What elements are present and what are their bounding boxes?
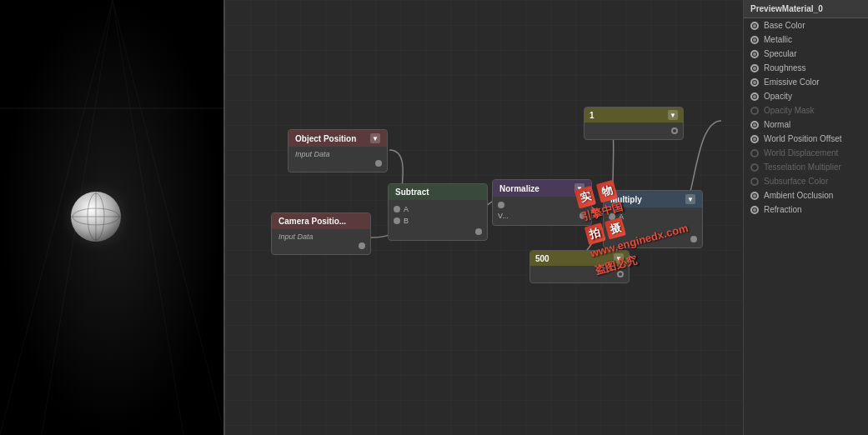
pin-a-label: A [404, 205, 409, 213]
input-pin-b-dot [609, 225, 615, 232]
output-label: V... [498, 212, 509, 220]
node-subtract-output-pin [389, 227, 487, 237]
node-normalize-dropdown[interactable]: ▼ [574, 183, 585, 193]
material-property-refraction[interactable]: Refraction [744, 202, 868, 217]
material-property-world-position-offset[interactable]: World Position Offset [744, 132, 868, 146]
output-pin-dot [475, 228, 482, 235]
node-constant-1-value: 1 [590, 111, 595, 120]
material-property-metallic[interactable]: Metallic [744, 32, 868, 47]
node-normalize-output-pin: V... [493, 210, 591, 222]
mat-pin-3 [750, 64, 759, 72]
node-normalize-title: Normalize [499, 184, 539, 193]
node-subtract-pin-a: A [389, 203, 487, 215]
material-property-roughness[interactable]: Roughness [744, 61, 868, 75]
node-multiply-title: Multiply [610, 195, 642, 204]
mat-pin-1 [750, 36, 759, 44]
node-multiply-pin-b: B [604, 222, 702, 234]
pin-a-label: A [619, 212, 624, 221]
node-constant-500-dropdown[interactable]: ▼ [614, 253, 624, 263]
material-property-specular[interactable]: Specular [744, 47, 868, 61]
node-object-position-header: Object Position ▼ [288, 130, 387, 147]
mat-label-4: Emissive Color [764, 78, 820, 87]
node-object-position-title: Object Position [295, 134, 356, 143]
node-object-position-body: Input Data [288, 147, 387, 172]
node-camera-position[interactable]: Camera Positio... Input Data [271, 212, 371, 255]
mat-label-6: Opacity Mask [764, 106, 815, 115]
input-pin-a-dot [394, 206, 400, 212]
material-title: PreviewMaterial_0 [750, 4, 823, 13]
mat-label-11: Subsurface Color [764, 177, 828, 186]
node-subtract-pin-b: B [389, 215, 487, 227]
node-constant-1-dropdown[interactable]: ▼ [668, 110, 678, 120]
node-constant-1-output-pin [585, 126, 683, 136]
svg-line-3 [113, 0, 183, 435]
mat-pin-8 [750, 135, 759, 143]
mat-pin-6 [750, 107, 759, 115]
node-constant-500-output-pin [530, 269, 629, 279]
mat-pin-0 [750, 22, 759, 30]
output-pin-dot [671, 128, 678, 134]
mat-label-1: Metallic [764, 35, 792, 44]
output-pin-dot [359, 242, 365, 249]
material-property-base-color[interactable]: Base Color [744, 18, 868, 32]
mat-pin-4 [750, 78, 759, 87]
node-camera-position-subtitle: Input Data [272, 232, 370, 241]
preview-sphere [71, 192, 121, 242]
node-multiply-output-pin [604, 234, 702, 244]
viewport-panel[interactable] [0, 0, 225, 435]
material-property-normal[interactable]: Normal [744, 118, 868, 132]
node-constant-500-header: 500 ▼ [530, 251, 629, 266]
node-multiply-body: A B [604, 208, 702, 248]
material-property-world-displacement[interactable]: World Displacement [744, 146, 868, 160]
node-subtract-title: Subtract [395, 188, 429, 197]
mat-label-13: Refraction [764, 205, 802, 214]
node-multiply[interactable]: Multiply ▼ A B [603, 190, 703, 248]
material-property-subsurface-color[interactable]: Subsurface Color [744, 174, 868, 188]
mat-label-12: Ambient Occlusion [764, 191, 833, 200]
node-multiply-header: Multiply ▼ [604, 191, 702, 208]
material-property-opacity[interactable]: Opacity [744, 89, 868, 103]
mat-label-10: Tesselation Multiplier [764, 162, 841, 172]
node-constant-1-header: 1 ▼ [585, 108, 683, 122]
material-property-ambient-occlusion[interactable]: Ambient Occlusion [744, 188, 868, 202]
node-camera-position-title: Camera Positio... [278, 217, 346, 226]
node-camera-position-body: Input Data [272, 229, 370, 254]
mat-label-3: Roughness [764, 63, 806, 72]
pin-b-label: B [619, 224, 624, 232]
mat-pin-2 [750, 50, 759, 58]
mat-label-5: Opacity [764, 92, 792, 101]
mat-pin-10 [750, 163, 759, 172]
material-property-opacity-mask[interactable]: Opacity Mask [744, 103, 868, 118]
node-subtract[interactable]: Subtract A B [388, 183, 488, 241]
node-normalize-header: Normalize ▼ [493, 180, 591, 197]
mat-pin-12 [750, 192, 759, 200]
output-pin-dot [617, 271, 624, 278]
node-normalize[interactable]: Normalize ▼ V... [492, 179, 592, 226]
node-subtract-header: Subtract [389, 184, 487, 200]
material-property-emissive-color[interactable]: Emissive Color [744, 75, 868, 89]
node-multiply-dropdown[interactable]: ▼ [685, 194, 695, 204]
mat-pin-9 [750, 149, 759, 158]
node-subtract-body: A B [389, 200, 487, 240]
mat-label-2: Specular [764, 49, 796, 58]
mat-label-8: World Position Offset [764, 134, 842, 143]
node-object-position-output-pin [288, 158, 387, 168]
node-normalize-input-pin [493, 200, 591, 210]
material-properties-list: Base ColorMetallicSpecularRoughnessEmiss… [744, 18, 868, 217]
viewport-background [0, 0, 223, 435]
svg-line-1 [113, 0, 225, 435]
mat-pin-5 [750, 92, 759, 101]
pin-b-label: B [404, 217, 409, 225]
output-pin-dot [580, 212, 586, 219]
node-constant-500[interactable]: 500 ▼ [529, 250, 630, 283]
mat-label-0: Base Color [764, 21, 805, 30]
node-object-position[interactable]: Object Position ▼ Input Data [288, 129, 388, 172]
node-constant-500-value: 500 [535, 254, 549, 263]
input-pin-dot [498, 202, 504, 208]
material-property-tesselation-multiplier[interactable]: Tesselation Multiplier [744, 160, 868, 174]
node-camera-position-output-pin [272, 241, 370, 251]
node-constant-1-body [585, 122, 683, 139]
material-panel-header: PreviewMaterial_0 [744, 0, 868, 18]
node-constant-1[interactable]: 1 ▼ [584, 107, 684, 140]
node-object-position-dropdown[interactable]: ▼ [370, 133, 380, 143]
